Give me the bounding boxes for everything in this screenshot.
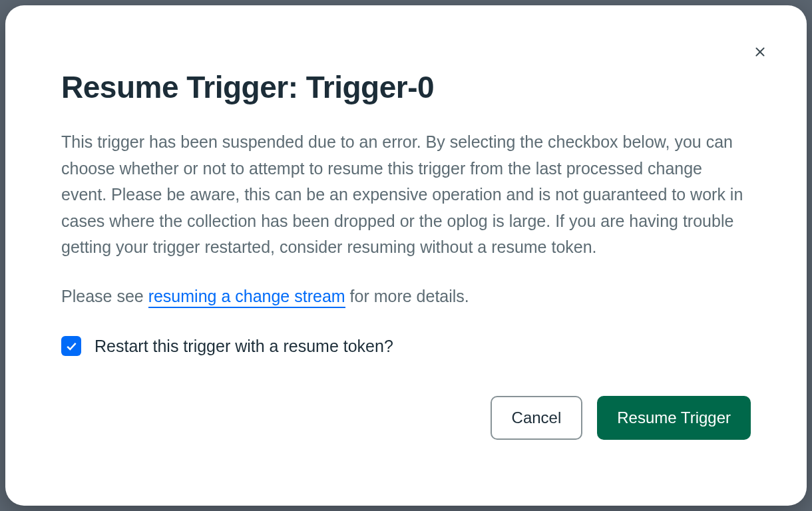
checkmark-icon — [65, 339, 78, 353]
secondary-suffix: for more details. — [345, 287, 469, 305]
cancel-button[interactable]: Cancel — [491, 396, 583, 440]
modal-title: Resume Trigger: Trigger-0 — [61, 69, 751, 105]
close-button[interactable] — [747, 39, 773, 65]
resume-token-checkbox[interactable] — [61, 336, 81, 356]
checkbox-row: Restart this trigger with a resume token… — [61, 336, 751, 356]
close-icon — [752, 44, 768, 60]
resume-trigger-modal: Resume Trigger: Trigger-0 This trigger h… — [5, 5, 807, 506]
resuming-change-stream-link[interactable]: resuming a change stream — [148, 287, 345, 308]
modal-description: This trigger has been suspended due to a… — [61, 129, 751, 261]
checkbox-label[interactable]: Restart this trigger with a resume token… — [95, 337, 393, 356]
secondary-prefix: Please see — [61, 287, 148, 305]
modal-secondary-text: Please see resuming a change stream for … — [61, 283, 751, 310]
modal-footer: Cancel Resume Trigger — [61, 396, 751, 440]
resume-trigger-button[interactable]: Resume Trigger — [597, 396, 751, 440]
